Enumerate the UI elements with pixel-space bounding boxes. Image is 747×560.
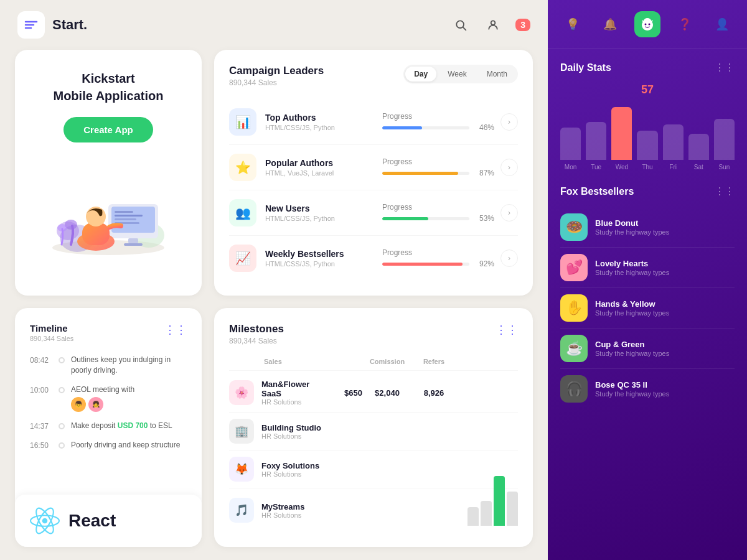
milestone-type-0: HR Solutions — [261, 398, 325, 406]
fox-sub-0: Study the highway types — [595, 228, 735, 236]
tab-day[interactable]: Day — [405, 67, 436, 82]
tab-week[interactable]: Week — [439, 67, 475, 82]
campaign-name-2: New Users — [265, 203, 382, 213]
create-app-button[interactable]: Create App — [63, 117, 153, 142]
chart-bar-wrap-6: Sun — [714, 119, 735, 170]
campaign-chevron-3[interactable]: › — [500, 250, 518, 267]
sidebar-nav-notification[interactable]: 🔔 — [597, 11, 623, 37]
campaign-card: Campaign Leaders 890,344 Sales Day Week … — [214, 50, 533, 296]
milestones-dots-menu[interactable]: ⋮⋮ — [496, 323, 518, 337]
campaign-icon-3: 📈 — [229, 245, 256, 272]
fox-sub-2: Study the highway types — [595, 309, 735, 317]
mini-bar-2 — [494, 476, 505, 526]
campaign-chevron-2[interactable]: › — [500, 204, 518, 222]
chart-day-1: Tue — [591, 164, 601, 170]
milestone-chart — [458, 495, 518, 526]
progress-bar-fill-1 — [382, 172, 458, 175]
tl-text-3: Poorly driving and keep structure — [71, 440, 180, 450]
timeline-title: Timeline — [30, 323, 73, 334]
daily-stats-dots[interactable]: ⋮⋮ — [715, 62, 735, 73]
chart-bar-wrap-1: Tue — [586, 122, 606, 170]
timeline-dots-menu[interactable]: ⋮⋮ — [164, 323, 187, 337]
milestone-icon-1: 🏢 — [229, 419, 254, 444]
progress-bar-bg-1 — [382, 172, 469, 175]
fox-item-3: ☕ Cup & Green Study the highway types — [560, 329, 735, 369]
svg-rect-15 — [115, 215, 143, 217]
kickstart-card: Kickstart Mobile Application Create App — [15, 50, 202, 296]
content-grid: Kickstart Mobile Application Create App — [0, 50, 548, 560]
campaign-tabs: Day Week Month — [403, 65, 518, 83]
tl-dot-0 — [59, 357, 65, 363]
logo-icon — [17, 11, 45, 39]
campaign-icon-1: ⭐ — [229, 154, 256, 181]
milestone-type-2: HR Solutions — [261, 470, 390, 478]
react-banner: React — [15, 495, 202, 547]
svg-point-5 — [491, 21, 496, 25]
milestones-subtitle: 890,344 Sales — [229, 337, 284, 345]
chart-peak-value: 57 — [641, 83, 654, 96]
sidebar-nav-user[interactable]: 👤 — [709, 11, 735, 37]
campaign-tech-2: HTML/CSS/JS, Python — [265, 215, 382, 222]
tl-text-1: AEOL meeting with 👦 👧 — [71, 385, 134, 413]
refers-header: Refers — [412, 358, 456, 365]
fox-bestsellers-dots[interactable]: ⋮⋮ — [715, 185, 735, 197]
chart-day-2: Wed — [616, 164, 628, 170]
campaign-info-0: Top Authors HTML/CSS/JS, Python — [265, 113, 382, 131]
notification-badge[interactable]: 3 — [515, 19, 530, 31]
kickstart-title: Kickstart Mobile Application — [53, 70, 163, 105]
mini-bar-1 — [481, 501, 492, 526]
milestone-row-3: 🎵 MyStreams HR Solutions — [229, 488, 518, 532]
chart-bars: Mon Tue Wed Thu Fri Sat Sun — [560, 98, 735, 173]
svg-rect-16 — [115, 218, 136, 220]
progress-label-1: Progress — [382, 157, 494, 166]
milestone-info-3: MyStreams HR Solutions — [261, 502, 360, 519]
tl-link-2[interactable]: USD 700 — [118, 421, 148, 430]
tl-avatar-b: 👧 — [88, 397, 103, 412]
tl-time-0: 08:42 — [30, 355, 52, 365]
sidebar-nav-lightbulb[interactable]: 💡 — [560, 11, 586, 37]
timeline-header: Timeline 890,344 Sales ⋮⋮ — [30, 323, 187, 342]
progress-bar-fill-0 — [382, 126, 422, 129]
fox-thumb-0: 🍩 — [560, 213, 588, 241]
tl-dot-1 — [59, 387, 65, 393]
progress-pct-2: 53% — [474, 214, 494, 223]
svg-point-28 — [649, 24, 651, 26]
progress-bar-fill-2 — [382, 217, 428, 220]
timeline-item-0: 08:42 Outlines keep you indulging in poo… — [30, 355, 187, 376]
logo-text: Start. — [52, 17, 87, 33]
tab-month[interactable]: Month — [478, 67, 516, 82]
chart-bar-0 — [560, 128, 581, 160]
campaign-chevron-1[interactable]: › — [500, 159, 518, 176]
milestones-header: Milestones 890,344 Sales ⋮⋮ — [229, 323, 518, 345]
tl-avatars-1: 👦 👧 — [71, 397, 134, 412]
timeline-list: 08:42 Outlines keep you indulging in poo… — [30, 355, 187, 450]
timeline-title-group: Timeline 890,344 Sales — [30, 323, 73, 342]
fox-item-4: 🎧 Bose QC 35 II Study the highway types — [560, 369, 735, 409]
campaign-row-0: 📊 Top Authors HTML/CSS/JS, Python Progre… — [229, 100, 518, 145]
campaign-title-group: Campaign Leaders 890,344 Sales — [229, 65, 324, 87]
sidebar-nav-help[interactable]: ❓ — [672, 11, 698, 37]
tl-time-1: 10:00 — [30, 385, 52, 394]
chart-bar-1 — [586, 122, 606, 160]
user-icon[interactable] — [483, 15, 503, 35]
main-area: Start. 3 Kickstart Mobile A — [0, 0, 548, 560]
milestone-name-0: Man&Flower SaaS — [261, 380, 325, 398]
search-icon[interactable] — [451, 15, 471, 35]
milestone-sales-0: $650 — [325, 388, 362, 398]
progress-bar-bg-3 — [382, 263, 469, 266]
milestone-type-3: HR Solutions — [261, 511, 360, 519]
svg-rect-14 — [115, 211, 133, 213]
campaign-chevron-0[interactable]: › — [500, 113, 518, 131]
campaign-progress-2: Progress 53% — [382, 203, 494, 223]
campaign-row-2: 👥 New Users HTML/CSS/JS, Python Progress… — [229, 190, 518, 236]
fox-name-4: Bose QC 35 II — [595, 380, 735, 390]
sidebar-nav-fox[interactable] — [634, 11, 660, 37]
campaign-title: Campaign Leaders — [229, 65, 324, 77]
chart-header-spacer — [456, 358, 518, 365]
fox-bestsellers-section: Fox Bestsellers ⋮⋮ 🍩 Blue Donut Study th… — [548, 173, 747, 421]
daily-stats-header: Daily Stats ⋮⋮ — [560, 62, 735, 73]
chart-bar-wrap-2: Wed — [611, 107, 632, 170]
milestone-type-1: HR Solutions — [261, 432, 390, 440]
header-left: Start. — [17, 11, 87, 39]
campaign-info-1: Popular Authors HTML, VueJS, Laravel — [265, 158, 382, 177]
